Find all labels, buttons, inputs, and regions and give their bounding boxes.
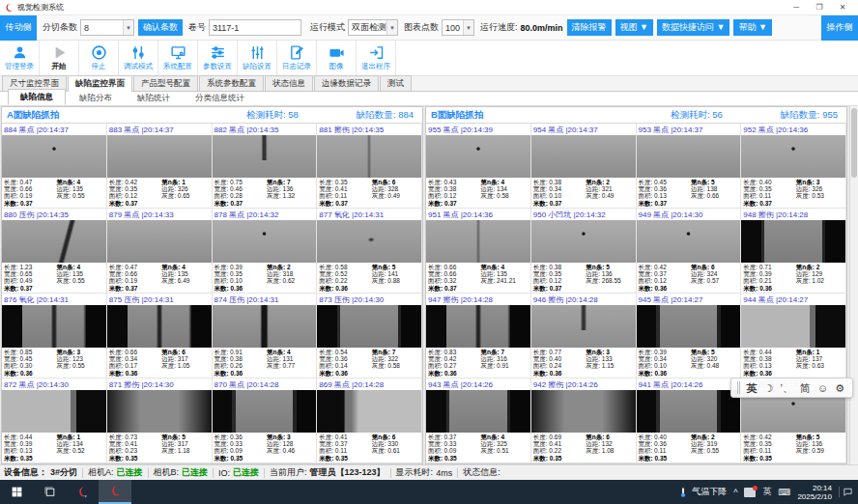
defect-cell[interactable]: 942 擦伤 |20:14:26 长度: 0.69宽度: 0.41面积: 0.2… — [531, 378, 637, 463]
input-language-indicator[interactable]: 英 — [762, 486, 771, 498]
defect-cell[interactable]: 880 压伤 |20:14:35 长度: 1.23宽度: 0.65面积: 0.4… — [2, 209, 107, 294]
log-record-button[interactable]: 日志记录 — [277, 41, 317, 75]
metric-strip: 第n条: 5 — [586, 264, 634, 270]
taskbar-app-active[interactable] — [99, 480, 131, 504]
defect-cell[interactable]: 874 压伤 |20:14:31 长度: 0.91宽度: 0.38面积: 0.2… — [213, 294, 318, 378]
metric-width: 宽度: 0.39 — [4, 440, 56, 447]
notification-badge-icon[interactable] — [744, 488, 756, 497]
defect-cell[interactable]: 946 擦伤 |20:14:28 长度: 0.77宽度: 0.40面积: 0.2… — [531, 294, 637, 378]
defect-cell[interactable]: 876 氧化 |20:14:31 长度: 0.85宽度: 0.45面积: 0.3… — [2, 294, 107, 378]
hidden-icons-chevron[interactable]: ^ — [733, 488, 737, 497]
defect-cell[interactable]: 872 黑点 |20:14:30 长度: 0.44宽度: 0.39面积: 0.1… — [2, 378, 107, 463]
taskbar-app-shortcut[interactable] — [66, 480, 99, 504]
metric-gray: 灰度: 0.88 — [372, 277, 420, 284]
system-config-button[interactable]: 系统配置 — [158, 41, 198, 75]
tab-sub-1[interactable]: 缺陷分布 — [68, 91, 124, 105]
parameter-settings-button[interactable]: 参数设置 — [198, 41, 238, 75]
exit-program-button[interactable]: 退出程序 — [357, 41, 396, 75]
run-mode-select[interactable]: 双面检测 ▼ — [348, 19, 398, 36]
data-quick-access-button[interactable]: 数据快捷访问 ▼ — [657, 19, 729, 36]
weather-widget[interactable]: 气温下降 — [677, 486, 727, 498]
tab-main-2[interactable]: 产品型号配置 — [133, 75, 198, 91]
vertical-scrollbar[interactable] — [849, 106, 858, 464]
ime-lang-toggle[interactable]: 英 — [747, 378, 758, 398]
defect-cell[interactable]: 944 黑点 |20:14:27 长度: 0.44宽度: 0.38面积: 0.1… — [741, 294, 846, 378]
tab-main-5[interactable]: 边缘数据记录 — [314, 75, 379, 91]
panel-b-header: B面缺陷抓拍 检测耗时: 56 缺陷数量: 955 — [426, 107, 846, 124]
metric-margin: 边距: 136 — [586, 270, 634, 277]
maximize-button[interactable]: ❐ — [808, 0, 831, 14]
defect-cell[interactable]: 949 黑点 |20:14:30 长度: 0.42宽度: 0.37面积: 0.1… — [637, 209, 742, 294]
debug-mode-button[interactable]: 调试模式 — [119, 41, 158, 75]
defect-cell[interactable]: 873 压伤 |20:14:30 长度: 0.54宽度: 0.36面积: 0.1… — [317, 294, 422, 378]
defect-cell[interactable]: 871 擦伤 |20:14:30 长度: 0.73宽度: 0.41面积: 0.2… — [107, 378, 213, 463]
defect-cell[interactable]: 941 黑点 |20:14:26 长度: 0.40宽度: 0.36面积: 0.1… — [637, 378, 742, 463]
roll-number-input[interactable]: 3117-1 — [209, 19, 301, 36]
emoji-icon[interactable]: ☺ — [817, 378, 828, 398]
defect-cell[interactable]: 953 黑点 |20:14:37 长度: 0.45宽度: 0.36面积: 0.1… — [637, 124, 742, 209]
tab-sub-0[interactable]: 缺陷信息 — [8, 89, 66, 105]
metric-length: 长度: 0.83 — [428, 349, 480, 355]
defect-metrics-right: 第n条: 6边距: 330灰度: 0.61 — [372, 434, 420, 462]
action-center-button[interactable] — [839, 487, 856, 497]
tab-main-1[interactable]: 缺陷监控界面 — [68, 75, 132, 92]
defect-cell[interactable]: 951 黑点 |20:14:36 长度: 0.66宽度: 0.66面积: 0.3… — [426, 209, 531, 294]
tab-sub-3[interactable]: 分类信息统计 — [184, 91, 256, 105]
clear-alarm-button[interactable]: 清除报警 — [567, 19, 612, 36]
ime-drag-handle[interactable] — [737, 381, 740, 394]
view-menu-button[interactable]: 视图 ▼ — [615, 19, 653, 36]
defect-settings-button[interactable]: 缺陷设置 — [238, 41, 277, 75]
tab-main-6[interactable]: 测试 — [380, 75, 412, 91]
ime-toolbar[interactable]: 英 ☽ ’、 简 ☺ ⚙ — [730, 378, 853, 398]
defect-cell[interactable]: 878 黑点 |20:14:32 长度: 0.39宽度: 0.35面积: 0.1… — [213, 209, 318, 294]
slit-count-select[interactable]: 8 ▼ — [80, 19, 134, 36]
start-menu-button[interactable] — [0, 480, 33, 504]
metric-width: 宽度: 0.33 — [428, 440, 480, 447]
confirm-count-button[interactable]: 确认条数 — [138, 19, 183, 36]
stop-button[interactable]: 停止 — [79, 41, 119, 75]
defect-cell[interactable]: 869 黑点 |20:14:28 长度: 0.41宽度: 0.37面积: 0.1… — [317, 378, 422, 463]
ime-punctuation-toggle[interactable]: ’、 — [780, 378, 792, 398]
tab-main-3[interactable]: 系统参数配置 — [199, 75, 264, 91]
task-view-button[interactable] — [33, 480, 66, 504]
defect-cell[interactable]: 952 黑点 |20:14:36 长度: 0.40宽度: 0.35面积: 0.1… — [741, 124, 846, 209]
defect-cell[interactable]: 954 黑点 |20:14:37 长度: 0.38宽度: 0.34面积: 0.1… — [531, 124, 637, 209]
image-button[interactable]: 图像 — [317, 41, 357, 75]
defect-cell[interactable]: 950 小凹坑 |20:14:32 长度: 0.38宽度: 0.35面积: 0.… — [531, 209, 637, 294]
defect-cell[interactable]: 955 黑点 |20:14:39 长度: 0.43宽度: 0.38面积: 0.1… — [426, 124, 531, 209]
defect-cell[interactable]: 945 黑点 |20:14:27 长度: 0.39宽度: 0.34面积: 0.1… — [637, 294, 742, 378]
metric-margin: 边距: 136 — [267, 185, 315, 192]
help-menu-button[interactable]: 帮助 ▼ — [733, 19, 771, 36]
run-mode-label: 运行模式 — [310, 21, 345, 34]
defect-cell[interactable]: 875 压伤 |20:14:31 长度: 0.66宽度: 0.34面积: 0.1… — [107, 294, 213, 378]
defect-cell[interactable]: 943 黑点 |20:14:26 长度: 0.37宽度: 0.33面积: 0.0… — [426, 378, 531, 463]
chart-points-select[interactable]: 100 ▼ — [442, 19, 474, 36]
ime-simplified-toggle[interactable]: 简 — [800, 378, 811, 398]
defect-cell[interactable]: 948 擦伤 |20:14:28 长度: 0.71宽度: 0.39面积: 0.2… — [741, 209, 846, 294]
taskbar-clock[interactable]: 20:14 2025/2/10 — [797, 484, 832, 501]
admin-login-button[interactable]: 管理登录 — [0, 41, 40, 75]
metric-margin: 边距: 317 — [161, 440, 210, 447]
defect-metrics-left: 长度: 0.85宽度: 0.45面积: 0.30米数: 0.36 — [4, 349, 56, 378]
gear-icon[interactable]: ⚙ — [835, 378, 844, 398]
tab-main-4[interactable]: 状态信息 — [265, 75, 313, 91]
metric-length: 长度: 0.54 — [319, 349, 371, 355]
tab-sub-2[interactable]: 缺陷统计 — [126, 91, 182, 105]
operate-side-button[interactable]: 操作侧 — [821, 15, 858, 41]
defect-cell[interactable]: 884 黑点 |20:14:37 长度: 0.47宽度: 0.66面积: 0.1… — [2, 124, 107, 209]
close-button[interactable]: ✕ — [831, 0, 854, 14]
moon-icon[interactable]: ☽ — [764, 378, 774, 398]
defect-cell[interactable]: 883 黑点 |20:14:37 长度: 0.42宽度: 0.35面积: 0.1… — [107, 124, 213, 209]
keyboard-icon[interactable]: ⌨ — [778, 488, 790, 497]
defect-count-value: 955 — [822, 109, 838, 120]
defect-cell[interactable]: 870 黑点 |20:14:28 长度: 0.36宽度: 0.33面积: 0.0… — [213, 378, 318, 463]
defect-cell[interactable]: 882 黑点 |20:14:35 长度: 0.75宽度: 0.46面积: 0.2… — [213, 124, 318, 209]
scrollbar-thumb[interactable] — [851, 108, 857, 178]
drive-side-button[interactable]: 传动侧 — [0, 15, 37, 41]
defect-cell[interactable]: 879 黑点 |20:14:33 长度: 0.47宽度: 0.66面积: 0.1… — [107, 209, 213, 294]
defect-cell[interactable]: 877 氧化 |20:14:31 长度: 0.58宽度: 0.52面积: 0.2… — [317, 209, 422, 294]
defect-cell[interactable]: 881 擦伤 |20:14:35 长度: 0.35宽度: 0.41面积: 0.1… — [317, 124, 422, 209]
minimize-button[interactable]: ─ — [785, 0, 808, 14]
start-button[interactable]: 开始 — [40, 41, 79, 75]
defect-cell[interactable]: 947 擦伤 |20:14:28 长度: 0.83宽度: 0.42面积: 0.2… — [426, 294, 531, 378]
